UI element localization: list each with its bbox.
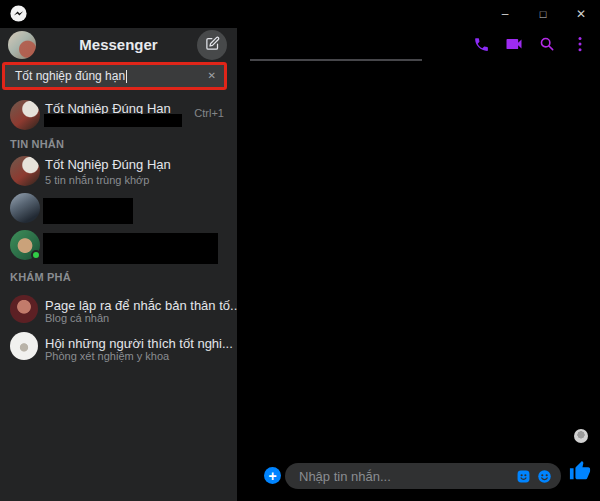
plus-icon[interactable]: + — [264, 467, 281, 484]
redacted-text — [43, 198, 133, 224]
top-search-result[interactable]: Tốt Nghiệp Đúng Hạn Ctrl+1 — [0, 98, 237, 132]
messenger-logo-icon — [10, 5, 27, 22]
title-bar: – □ ✕ — [0, 0, 600, 28]
search-icon[interactable] — [537, 34, 557, 54]
list-item[interactable] — [0, 229, 237, 267]
message-placeholder: Nhập tin nhắn... — [299, 469, 516, 484]
page-category: Phòng xét nghiệm y khoa — [45, 350, 169, 362]
clear-search-icon[interactable]: ✕ — [208, 71, 216, 81]
page-category: Blog cá nhân — [45, 312, 109, 324]
close-button[interactable]: ✕ — [562, 0, 600, 28]
message-input[interactable]: Nhập tin nhắn... — [285, 463, 561, 489]
emoji-icon[interactable] — [537, 469, 552, 484]
video-call-icon[interactable] — [504, 34, 524, 54]
more-options-icon[interactable] — [570, 34, 590, 54]
sidebar: Messenger Tốt nghiệp đúng hạn ✕ Tốt Nghi… — [0, 28, 237, 501]
seen-indicator-avatar — [574, 429, 588, 443]
list-item[interactable] — [0, 192, 237, 228]
avatar — [10, 332, 38, 360]
list-item[interactable]: Tốt Nghiệp Đúng Hạn 5 tin nhắn trùng khớ… — [0, 155, 237, 189]
thumbs-up-icon[interactable] — [569, 460, 591, 482]
avatar — [10, 295, 38, 323]
list-item[interactable]: Page lập ra để nhắc bản thân tố... Blog … — [0, 293, 237, 327]
window-controls: – □ ✕ — [486, 0, 600, 28]
chat-pane: + Nhập tin nhắn... — [237, 28, 600, 501]
conversation-name: Tốt Nghiệp Đúng Hạn — [45, 157, 171, 172]
keyboard-shortcut: Ctrl+1 — [194, 107, 224, 119]
minimize-button[interactable]: – — [486, 0, 524, 28]
sidebar-header: Messenger — [0, 28, 237, 62]
composer-icons — [516, 469, 552, 484]
page-name: Hội những người thích tốt nghi... — [45, 336, 233, 351]
redacted-chat-header — [250, 59, 422, 61]
user-avatar[interactable] — [8, 31, 36, 59]
maximize-button[interactable]: □ — [524, 0, 562, 28]
avatar — [10, 193, 40, 223]
phone-icon[interactable] — [471, 34, 491, 54]
redacted-text — [44, 114, 182, 127]
message-composer: + Nhập tin nhắn... — [237, 459, 600, 495]
search-input[interactable]: Tốt nghiệp đúng hạn ✕ — [2, 62, 227, 90]
conversation-subtitle: 5 tin nhắn trùng khớp — [45, 174, 149, 186]
online-status-dot — [31, 250, 41, 260]
compose-icon — [205, 36, 220, 55]
list-item[interactable]: Hội những người thích tốt nghi... Phòng … — [0, 330, 237, 364]
avatar — [10, 156, 40, 186]
text-caret — [126, 70, 127, 83]
new-message-button[interactable] — [197, 30, 227, 60]
section-header-messages: TIN NHẮN — [10, 138, 64, 150]
sticker-icon[interactable] — [516, 469, 531, 484]
redacted-text — [43, 233, 218, 264]
search-value: Tốt nghiệp đúng hạn — [15, 69, 125, 83]
section-header-discover: KHÁM PHÁ — [10, 271, 71, 283]
page-name: Page lập ra để nhắc bản thân tố... — [45, 298, 241, 313]
avatar — [10, 100, 40, 130]
chat-header-actions — [471, 34, 590, 54]
